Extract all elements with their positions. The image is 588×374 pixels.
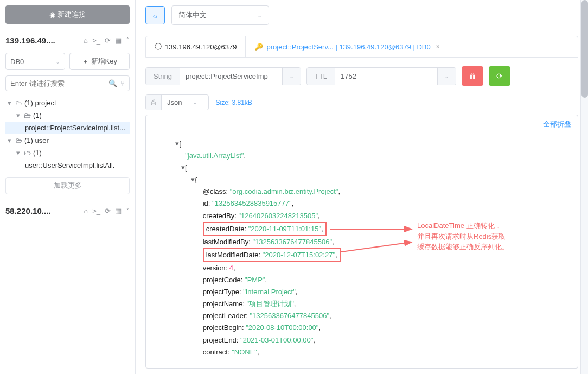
- folder-icon: 🗁: [24, 149, 31, 157]
- tree-key[interactable]: user::UserServiceImpl.listAll.: [5, 159, 130, 172]
- trash-icon: 🗑: [469, 72, 476, 80]
- server-block-0: 139.196.49.... ⌂ >_ ⟳ ▦ ˄ DB0 ⌄ ＋ 新增Key …: [5, 34, 130, 194]
- key-name-input[interactable]: [180, 68, 282, 85]
- tabs: ⓘ 139.196.49.120@6379 🔑 project::Project…: [145, 36, 578, 58]
- key-input-group: String ⌄: [145, 67, 301, 85]
- search-wrapper: 🔍 ⑂: [5, 75, 130, 91]
- chevron-down-icon[interactable]: ⌄: [282, 68, 301, 85]
- chevron-down-icon[interactable]: ˅: [126, 207, 130, 215]
- annotation-text: LocalDateTime 正确转化， 并且再次请求时从Redis获取 缓存数据…: [417, 220, 509, 252]
- format-select[interactable]: ⎙ Json⌄: [145, 94, 209, 110]
- server-title: 139.196.49....: [5, 36, 84, 45]
- tree-label: (1): [33, 111, 42, 119]
- type-label: String: [146, 68, 180, 85]
- sun-icon: ☼: [152, 11, 158, 20]
- server-header[interactable]: 139.196.49.... ⌂ >_ ⟳ ▦ ˄: [5, 34, 130, 47]
- close-icon[interactable]: ×: [436, 43, 440, 50]
- search-icon[interactable]: 🔍: [108, 79, 117, 87]
- chevron-down-icon: ⌄: [55, 58, 60, 65]
- folder-icon: 🗁: [15, 136, 22, 144]
- refresh-icon: ⟳: [496, 72, 503, 80]
- folder-icon: 🗁: [15, 99, 22, 107]
- new-conn-label: 新建连接: [57, 10, 86, 20]
- size-label: Size: 3.81kB: [215, 99, 252, 106]
- chevron-down-icon: ⌄: [257, 12, 262, 19]
- terminal-icon[interactable]: >_: [92, 36, 100, 45]
- server-toolbar: ⌂ >_ ⟳ ▦ ˄: [84, 36, 130, 45]
- language-label: 简体中文: [178, 10, 207, 20]
- scrollbar-track[interactable]: [580, 0, 588, 374]
- refresh-button[interactable]: ⟳: [489, 66, 510, 86]
- search-input[interactable]: [10, 79, 108, 87]
- highlight-created-date: createdDate: "2020-11-09T11:01:15",: [203, 222, 327, 236]
- format-label: Json: [167, 98, 182, 106]
- info-icon: ⓘ: [155, 42, 162, 52]
- plus-circle-icon: ◉: [49, 11, 55, 19]
- server-block-1: 58.220.10.... ⌂ >_ ⟳ ▦ ˅: [5, 204, 130, 218]
- tree-label: user::UserServiceImpl.listAll.: [25, 161, 114, 169]
- grid-icon[interactable]: ▦: [115, 207, 122, 215]
- grid-icon[interactable]: ▦: [115, 36, 122, 45]
- tab-label: 139.196.49.120@6379: [165, 43, 237, 51]
- delete-button[interactable]: 🗑: [462, 66, 483, 86]
- scrollbar-thumb[interactable]: [581, 0, 588, 98]
- chevron-up-icon[interactable]: ˄: [126, 36, 130, 45]
- tab-label: project::ProjectServ... | 139.196.49.120…: [266, 43, 430, 51]
- db-select[interactable]: DB0 ⌄: [5, 53, 65, 70]
- new-connection-button[interactable]: ◉ 新建连接: [5, 5, 130, 24]
- tree-folder[interactable]: ▾🗁(1) project: [5, 97, 130, 109]
- ttl-label: TTL: [307, 68, 335, 85]
- top-controls: ☼ 简体中文 ⌄: [145, 5, 578, 25]
- ttl-input[interactable]: [335, 68, 437, 85]
- json-content: 全部折叠 ▾[ "java.util.ArrayList", ▾[ ▾{ @cl…: [145, 115, 578, 369]
- main-panel: ☼ 简体中文 ⌄ ⓘ 139.196.49.120@6379 🔑 project…: [136, 0, 588, 374]
- key-row: String ⌄ TTL ⌄ 🗑 ⟳: [145, 66, 578, 86]
- tab-server-info[interactable]: ⓘ 139.196.49.120@6379: [146, 36, 246, 57]
- tree-label: (1) project: [24, 99, 56, 107]
- chevron-down-icon: ⌄: [193, 99, 197, 106]
- db-label: DB0: [10, 58, 24, 66]
- sidebar: ◉ 新建连接 139.196.49.... ⌂ >_ ⟳ ▦ ˄ DB0 ⌄ ＋…: [0, 0, 136, 374]
- ttl-input-group: TTL ⌄: [306, 67, 456, 85]
- tree-key[interactable]: project::ProjectServiceImpl.list...: [5, 122, 130, 134]
- home-icon[interactable]: ⌂: [84, 36, 88, 45]
- key-icon: 🔑: [254, 43, 263, 51]
- server-toolbar: ⌂ >_ ⟳ ▦ ˅: [84, 207, 130, 215]
- server-controls: DB0 ⌄ ＋ 新增Key: [5, 53, 130, 70]
- tree-folder[interactable]: ▾🗁(1) user: [5, 134, 130, 147]
- reload-icon[interactable]: ⟳: [105, 36, 111, 45]
- highlight-modified-date: lastModifiedDate: "2020-12-07T15:02:27",: [203, 248, 341, 262]
- tab-key-detail[interactable]: 🔑 project::ProjectServ... | 139.196.49.1…: [246, 36, 449, 57]
- funnel-icon[interactable]: ⑂: [120, 79, 125, 87]
- chevron-down-icon[interactable]: ⌄: [437, 68, 456, 85]
- tree-label: (1) user: [24, 136, 49, 144]
- add-key-button[interactable]: ＋ 新增Key: [69, 53, 130, 70]
- server-title: 58.220.10....: [5, 206, 84, 215]
- tree-folder[interactable]: ▾🗁(1): [5, 109, 130, 122]
- tree-label: (1): [33, 149, 42, 157]
- folder-icon: 🗁: [24, 111, 31, 119]
- tree-label: project::ProjectServiceImpl.list...: [25, 124, 125, 132]
- language-select[interactable]: 简体中文 ⌄: [171, 5, 269, 25]
- home-icon[interactable]: ⌂: [84, 207, 88, 215]
- format-icon: ⎙: [146, 95, 162, 110]
- terminal-icon[interactable]: >_: [92, 207, 100, 215]
- tree-folder[interactable]: ▾🗁(1): [5, 147, 130, 159]
- collapse-all-button[interactable]: 全部折叠: [543, 119, 571, 129]
- format-row: ⎙ Json⌄ Size: 3.81kB: [145, 94, 578, 110]
- reload-icon[interactable]: ⟳: [105, 207, 111, 215]
- key-tree: ▾🗁(1) project ▾🗁(1) project::ProjectServ…: [5, 97, 130, 172]
- theme-toggle-button[interactable]: ☼: [145, 6, 165, 24]
- server-header[interactable]: 58.220.10.... ⌂ >_ ⟳ ▦ ˅: [5, 204, 130, 218]
- load-more-button[interactable]: 加载更多: [5, 177, 130, 194]
